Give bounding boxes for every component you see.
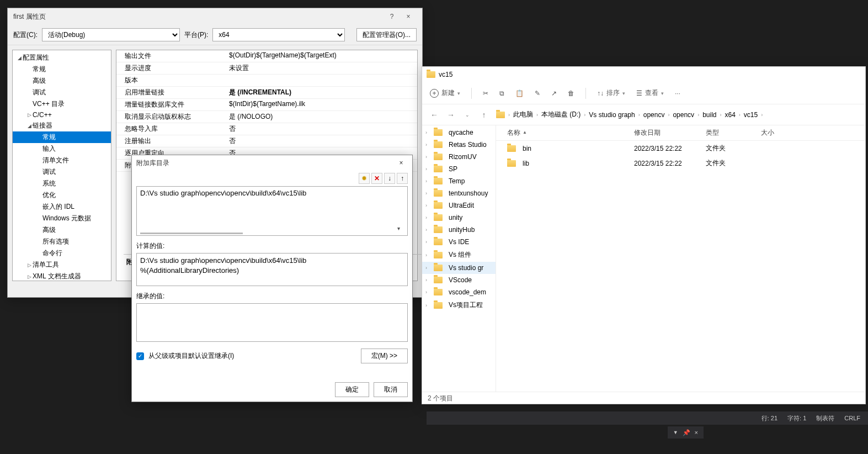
col-name[interactable]: 名称▲ [496, 128, 634, 138]
tree-item[interactable]: 清单文件 [13, 155, 111, 166]
move-up-button[interactable]: ↑ [397, 173, 408, 184]
back-button[interactable]: ← [430, 110, 439, 119]
breadcrumb-item[interactable]: 本地磁盘 (D:) [541, 110, 581, 119]
tree-item[interactable]: ▷XML 文档生成器 [13, 271, 111, 281]
property-value[interactable]: 否 [227, 136, 417, 146]
tree-item[interactable]: ◢配置属性 [13, 52, 111, 64]
breadcrumb-item[interactable]: 此电脑 [513, 110, 533, 119]
explorer-tree-item[interactable]: ›SP [422, 163, 496, 175]
property-value[interactable]: 是 (/INCREMENTAL) [227, 88, 417, 97]
explorer-tree-item[interactable]: ›Retas Studio [422, 139, 496, 151]
breadcrumb-item[interactable]: opencv [643, 111, 665, 119]
close-icon[interactable]: × [695, 429, 698, 436]
breadcrumb[interactable]: › 此电脑›本地磁盘 (D:)›Vs studio graph›opencv›o… [496, 110, 763, 119]
dropdown-caret-icon[interactable]: ▾ [397, 225, 405, 233]
cancel-button[interactable]: 取消 [374, 382, 408, 397]
libdir-titlebar[interactable]: 附加库目录 × [132, 155, 412, 171]
property-row[interactable]: 版本 [116, 75, 417, 87]
column-headers[interactable]: 名称▲ 修改日期 类型 大小 [496, 125, 865, 141]
property-row[interactable]: 取消显示启动版权标志是 (/NOLOGO) [116, 111, 417, 123]
property-row[interactable]: 输出文件$(OutDir)$(TargetName)$(TargetExt) [116, 50, 417, 62]
property-row[interactable]: 显示进度未设置 [116, 62, 417, 75]
tree-item[interactable]: 优化 [13, 189, 111, 201]
forward-button[interactable]: → [446, 110, 455, 119]
property-row[interactable]: 启用增量链接是 (/INCREMENTAL) [116, 87, 417, 99]
explorer-tree-item[interactable]: ›unityHub [422, 224, 496, 236]
tree-item[interactable]: 输入 [13, 143, 111, 155]
properties-titlebar[interactable]: first 属性页 ? × [8, 8, 422, 25]
up-button[interactable]: ↑ [480, 110, 488, 119]
explorer-tree-item[interactable]: ›tentxunshouy [422, 187, 496, 199]
new-button[interactable]: + 新建 ▾ [430, 88, 460, 98]
more-button[interactable]: ··· [675, 89, 680, 97]
explorer-tree-item[interactable]: ›Vs项目工程 [422, 298, 496, 312]
explorer-titlebar[interactable]: vc15 [422, 67, 865, 82]
close-button[interactable]: × [400, 10, 417, 24]
libdir-edit-box[interactable]: D:\Vs studio graph\opencv\opencv\build\x… [136, 186, 408, 236]
view-button[interactable]: ☰查看▾ [636, 88, 664, 98]
property-row[interactable]: 增量链接数据库文件$(IntDir)$(TargetName).ilk [116, 99, 417, 111]
col-type[interactable]: 类型 [706, 128, 761, 138]
property-row[interactable]: 忽略导入库否 [116, 123, 417, 135]
property-value[interactable]: $(OutDir)$(TargetName)$(TargetExt) [227, 51, 417, 61]
breadcrumb-item[interactable]: x64 [725, 111, 735, 119]
share-button[interactable]: ↗ [551, 89, 557, 97]
tree-item[interactable]: ◢链接器 [13, 120, 111, 131]
explorer-tree-item[interactable]: ›Vs IDE [422, 236, 496, 248]
tree-item[interactable]: 常规 [13, 131, 111, 143]
property-value[interactable]: 否 [227, 124, 417, 134]
explorer-tree-item[interactable]: ›unity [422, 212, 496, 224]
col-size[interactable]: 大小 [761, 128, 794, 138]
tree-item[interactable]: 调试 [13, 87, 111, 98]
explorer-tree-item[interactable]: ›Temp [422, 175, 496, 187]
tree-item[interactable]: 命令行 [13, 247, 111, 259]
ok-button[interactable]: 确定 [335, 382, 369, 397]
copy-button[interactable]: ⧉ [499, 89, 504, 97]
config-select[interactable]: 活动(Debug) [42, 28, 180, 41]
explorer-tree[interactable]: ›qycache›Retas Studio›RizomUV›SP›Temp›te… [422, 125, 496, 392]
explorer-tree-item[interactable]: ›vscode_dem [422, 286, 496, 298]
breadcrumb-item[interactable]: opencv [673, 111, 694, 119]
paste-button[interactable]: 📋 [515, 89, 524, 97]
tree-item[interactable]: VC++ 目录 [13, 98, 111, 110]
recent-button[interactable]: ⌄ [463, 112, 472, 118]
cut-button[interactable]: ✂ [483, 89, 488, 97]
explorer-tree-item[interactable]: ›qycache [422, 126, 496, 139]
tree-item[interactable]: 系统 [13, 178, 111, 189]
rename-button[interactable]: ✎ [535, 89, 540, 97]
property-value[interactable]: $(IntDir)$(TargetName).ilk [227, 100, 417, 109]
explorer-tree-item[interactable]: ›Vs studio gr [422, 262, 496, 274]
tree-item[interactable]: 常规 [13, 64, 111, 75]
config-manager-button[interactable]: 配置管理器(O)... [356, 28, 417, 41]
tree-item[interactable]: 调试 [13, 166, 111, 178]
properties-tree[interactable]: ◢配置属性常规高级调试VC++ 目录▷C/C++◢链接器常规输入清单文件调试系统… [12, 50, 111, 281]
property-value[interactable]: 未设置 [227, 64, 417, 73]
tree-item[interactable]: 高级 [13, 75, 111, 87]
tree-item[interactable]: ▷C/C++ [13, 110, 111, 120]
libdir-scrollbar[interactable] [140, 233, 396, 234]
list-item[interactable]: bin2022/3/15 22:22文件夹 [496, 141, 865, 156]
tree-item[interactable]: 高级 [13, 224, 111, 236]
macros-button[interactable]: 宏(M) >> [361, 349, 408, 363]
property-value[interactable]: 是 (/NOLOGO) [227, 112, 417, 122]
help-button[interactable]: ? [384, 10, 400, 24]
property-row[interactable]: 注册输出否 [116, 135, 417, 147]
explorer-tree-item[interactable]: ›UltraEdit [422, 199, 496, 212]
pin-icon[interactable]: 📌 [683, 429, 690, 436]
breadcrumb-item[interactable]: build [702, 111, 716, 119]
tree-item[interactable]: ▷清单工具 [13, 259, 111, 271]
list-item[interactable]: lib2022/3/15 22:22文件夹 [496, 156, 865, 171]
explorer-tree-item[interactable]: ›RizomUV [422, 151, 496, 163]
tree-item[interactable]: 嵌入的 IDL [13, 201, 111, 213]
inherit-checkbox[interactable]: ✓ [136, 352, 144, 360]
tree-item[interactable]: 所有选项 [13, 236, 111, 247]
platform-select[interactable]: x64 [212, 28, 345, 41]
delete-line-button[interactable]: ✕ [371, 173, 382, 184]
explorer-tree-item[interactable]: ›Vs 组件 [422, 248, 496, 262]
property-value[interactable] [227, 76, 417, 85]
libdir-close-button[interactable]: × [395, 159, 408, 167]
breadcrumb-item[interactable]: Vs studio graph [589, 111, 635, 119]
new-line-button[interactable]: ✹ [359, 173, 370, 184]
sort-button[interactable]: ↑↓排序▾ [597, 88, 625, 98]
tree-item[interactable]: Windows 元数据 [13, 213, 111, 224]
